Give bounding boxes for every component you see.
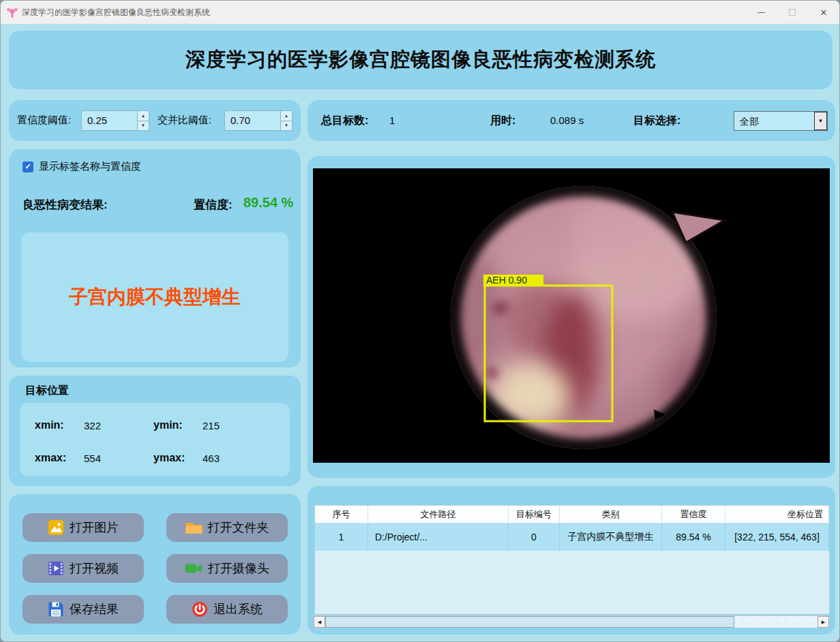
open-camera-button[interactable]: 打开摄像头 [166, 554, 288, 583]
column-header[interactable]: 序号 [315, 506, 368, 523]
target-select-value: 全部 [734, 112, 814, 130]
maximize-button[interactable] [777, 1, 808, 24]
column-header[interactable]: 文件路径 [368, 506, 509, 523]
cell-target-id: 0 [509, 523, 560, 551]
target-select-dropdown[interactable]: 全部 ▼ [734, 111, 828, 131]
threshold-controls-panel: 置信度阈值: 0.25 ▲ ▼ 交并比阈值: 0.70 ▲ ▼ [9, 100, 301, 141]
results-table-panel: 序号 文件路径 目标编号 类别 置信度 坐标位置 1 D:/Project/..… [308, 486, 835, 635]
open-folder-label: 打开文件夹 [208, 519, 269, 536]
scroll-left-icon: ◀ [318, 620, 321, 625]
stats-panel: 总目标数: 1 用时: 0.089 s 目标选择: 全部 ▼ [308, 100, 835, 141]
save-icon [48, 601, 64, 617]
target-select-label: 目标选择: [633, 114, 680, 128]
confidence-value: 89.54 % [243, 195, 293, 211]
app-uterus-icon [7, 6, 18, 19]
lesion-result-label: 良恶性病变结果: [22, 197, 108, 213]
confidence-threshold-input[interactable]: 0.25 ▲ ▼ [81, 110, 149, 131]
save-result-label: 保存结果 [70, 601, 119, 617]
image-icon [48, 519, 64, 536]
endoscope-image[interactable]: AEH 0.90 [313, 168, 830, 463]
minimize-icon [758, 12, 765, 13]
target-position-panel: 目标位置 xmin: 322 ymin: 215 xmax: 554 ymax:… [9, 376, 301, 486]
scrollbar-thumb[interactable] [325, 616, 734, 628]
iou-threshold-value: 0.70 [225, 111, 280, 130]
column-header[interactable]: 坐标位置 [725, 506, 829, 523]
cell-index: 1 [315, 523, 368, 551]
close-icon: ✕ [820, 7, 828, 18]
image-viewer-panel: AEH 0.90 [308, 156, 835, 478]
camera-icon [185, 560, 202, 577]
iou-spin-buttons: ▲ ▼ [280, 111, 292, 130]
spin-up-icon: ▲ [141, 114, 145, 118]
table-row[interactable]: 1 D:/Project/... 0 子宫内膜不典型增生 89.54 % [32… [315, 523, 829, 551]
ymax-value: 463 [202, 453, 220, 464]
scroll-right-button[interactable]: ▶ [817, 616, 829, 628]
iou-threshold-input[interactable]: 0.70 ▲ ▼ [224, 110, 292, 131]
video-icon [48, 560, 64, 577]
detection-result-panel: ✓ 显示标签名称与置信度 良恶性病变结果: 置信度: 89.54 % 子宫内膜不… [9, 149, 301, 367]
open-folder-button[interactable]: 打开文件夹 [166, 513, 288, 542]
spin-down-button[interactable]: ▼ [138, 121, 149, 131]
open-video-button[interactable]: 打开视频 [22, 554, 144, 583]
header-banner: 深度学习的医学影像宫腔镜图像良恶性病变检测系统 [9, 31, 832, 89]
spin-up-button[interactable]: ▲ [281, 111, 292, 121]
cell-category: 子宫内膜不典型增生 [560, 523, 662, 551]
dropdown-button[interactable]: ▼ [814, 112, 827, 130]
hysteroscopy-image: AEH 0.90 [313, 168, 830, 463]
ymax-label: ymax: [153, 452, 185, 464]
minimize-button[interactable] [745, 1, 777, 24]
spin-down-icon: ▼ [141, 123, 145, 127]
scroll-right-icon: ▶ [822, 620, 825, 625]
elapsed-time-value: 0.089 s [550, 114, 584, 126]
maximize-icon [789, 9, 796, 16]
save-result-button[interactable]: 保存结果 [22, 595, 144, 624]
open-image-label: 打开图片 [70, 519, 119, 536]
scrollbar-track[interactable] [325, 616, 817, 628]
spin-down-button[interactable]: ▼ [281, 121, 292, 131]
exit-system-button[interactable]: 退出系统 [166, 595, 288, 624]
xmax-value: 554 [84, 453, 101, 464]
confidence-threshold-label: 置信度阈值: [17, 114, 71, 127]
spin-down-icon: ▼ [284, 123, 288, 127]
confidence-label: 置信度: [194, 197, 232, 213]
column-header[interactable]: 目标编号 [509, 506, 560, 523]
confidence-spin-buttons: ▲ ▼ [137, 111, 149, 130]
ymin-value: 215 [202, 420, 220, 431]
spin-up-button[interactable]: ▲ [138, 111, 149, 121]
results-table: 序号 文件路径 目标编号 类别 置信度 坐标位置 1 D:/Project/..… [314, 505, 830, 615]
chevron-down-icon: ▼ [818, 118, 824, 124]
column-header[interactable]: 类别 [560, 506, 662, 523]
title-bar: 深度学习的医学影像宫腔镜图像良恶性病变检测系统 ✕ [1, 1, 839, 24]
open-video-label: 打开视频 [70, 560, 119, 577]
scroll-left-button[interactable]: ◀ [314, 616, 325, 628]
show-labels-checkbox-label: 显示标签名称与置信度 [39, 160, 141, 173]
open-camera-label: 打开摄像头 [208, 560, 269, 577]
result-display-box: 子宫内膜不典型增生 [21, 232, 288, 362]
power-icon [192, 601, 208, 617]
target-position-title: 目标位置 [25, 384, 69, 398]
app-window: 深度学习的医学影像宫腔镜图像良恶性病变检测系统 ✕ 深度学习的医学影像宫腔镜图像… [0, 0, 840, 642]
cell-coordinates: [322, 215, 554, 463] [725, 523, 829, 551]
confidence-threshold-value: 0.25 [82, 111, 137, 130]
column-header[interactable]: 置信度 [662, 506, 725, 523]
open-image-button[interactable]: 打开图片 [22, 513, 144, 542]
close-button[interactable]: ✕ [808, 1, 839, 24]
iou-threshold-label: 交并比阈值: [158, 114, 211, 127]
elapsed-time-label: 用时: [490, 114, 515, 128]
cell-file-path: D:/Project/... [368, 523, 509, 551]
xmin-label: xmin: [35, 419, 64, 431]
table-header-row: 序号 文件路径 目标编号 类别 置信度 坐标位置 [315, 506, 829, 523]
tool-buttons-panel: 打开图片 打开文件夹 打开视频 打开摄像 [9, 494, 301, 635]
page-title: 深度学习的医学影像宫腔镜图像良恶性病变检测系统 [185, 46, 656, 74]
xmax-label: xmax: [35, 452, 66, 464]
spin-up-icon: ▲ [284, 114, 288, 118]
checkbox-checked-icon[interactable]: ✓ [22, 162, 33, 172]
show-labels-checkbox-row[interactable]: ✓ 显示标签名称与置信度 [22, 160, 141, 173]
check-icon: ✓ [25, 162, 31, 171]
lesion-result-text: 子宫内膜不典型增生 [69, 284, 241, 310]
horizontal-scrollbar[interactable]: ◀ ▶ [313, 615, 830, 628]
xmin-value: 322 [84, 420, 101, 431]
window-controls: ✕ [745, 1, 839, 24]
bbox-label: AEH 0.90 [486, 275, 527, 286]
total-targets-value: 1 [389, 114, 395, 126]
